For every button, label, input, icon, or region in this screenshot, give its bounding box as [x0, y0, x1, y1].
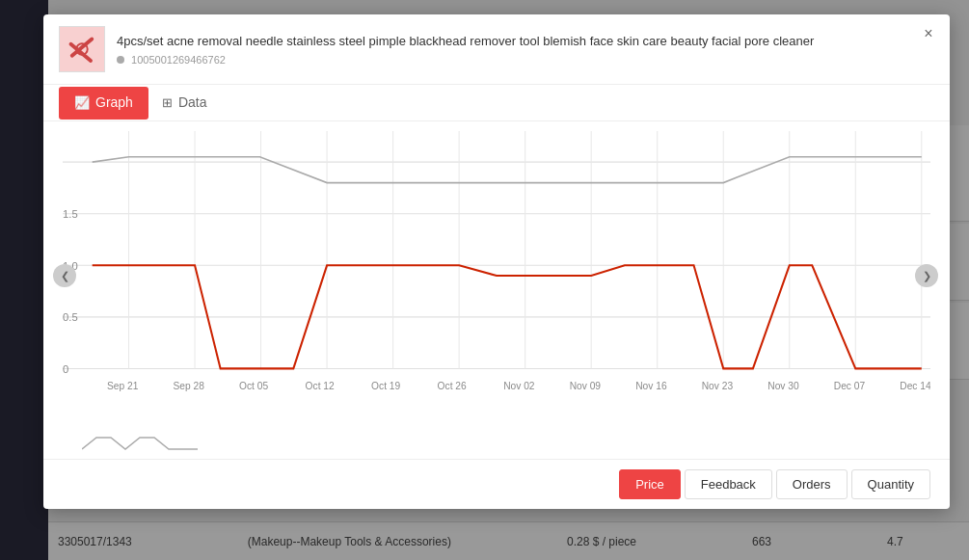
- svg-text:Oct 05: Oct 05: [239, 381, 268, 391]
- svg-text:Oct 12: Oct 12: [306, 381, 335, 391]
- mini-chart-svg: [82, 430, 198, 457]
- close-button[interactable]: ×: [919, 24, 938, 43]
- product-info: 4pcs/set acne removal needle stainless s…: [117, 33, 934, 65]
- svg-text:Nov 23: Nov 23: [702, 381, 734, 391]
- svg-text:Nov 02: Nov 02: [503, 381, 535, 391]
- price-button[interactable]: Price: [619, 469, 681, 499]
- tab-graph-label: Graph: [95, 94, 133, 110]
- product-id: 1005001269466762: [117, 54, 934, 66]
- product-image: [59, 26, 105, 72]
- svg-text:Sep 28: Sep 28: [174, 381, 205, 391]
- svg-text:Sep 21: Sep 21: [107, 381, 139, 391]
- svg-text:Dec 07: Dec 07: [834, 381, 866, 391]
- orders-button[interactable]: Orders: [776, 469, 848, 499]
- svg-text:0.5: 0.5: [63, 311, 78, 323]
- modal-tabs: 📈 Graph ⊞ Data: [43, 85, 950, 121]
- svg-text:0: 0: [63, 362, 68, 374]
- price-chart-svg: 1.5 1.0 0.5 0 Sep 21 Sep 28 Oct 05 Oct 1…: [63, 131, 930, 420]
- table-icon: ⊞: [162, 95, 173, 110]
- chart-container: ❮ ❯: [43, 121, 950, 430]
- svg-text:Oct 19: Oct 19: [371, 381, 400, 391]
- modal-footer: Price Feedback Orders Quantity: [43, 459, 950, 509]
- svg-text:Oct 26: Oct 26: [438, 381, 467, 391]
- graph-icon: 📈: [74, 95, 90, 110]
- svg-text:1.5: 1.5: [63, 208, 78, 220]
- modal-header: 4pcs/set acne removal needle stainless s…: [43, 14, 950, 85]
- quantity-button[interactable]: Quantity: [851, 469, 930, 499]
- svg-text:Nov 16: Nov 16: [635, 381, 667, 391]
- svg-text:Dec 14: Dec 14: [900, 381, 930, 391]
- mini-chart: [43, 430, 950, 459]
- svg-text:Nov 09: Nov 09: [570, 381, 602, 391]
- product-title: 4pcs/set acne removal needle stainless s…: [117, 33, 934, 50]
- scroll-right-button[interactable]: ❯: [915, 264, 938, 287]
- scroll-left-button[interactable]: ❮: [53, 264, 76, 287]
- svg-text:Nov 30: Nov 30: [767, 381, 799, 391]
- tab-data[interactable]: ⊞ Data: [148, 85, 221, 121]
- tab-graph[interactable]: 📈 Graph: [59, 87, 148, 120]
- modal: 4pcs/set acne removal needle stainless s…: [43, 14, 950, 509]
- tab-data-label: Data: [178, 94, 207, 110]
- feedback-button[interactable]: Feedback: [685, 469, 772, 499]
